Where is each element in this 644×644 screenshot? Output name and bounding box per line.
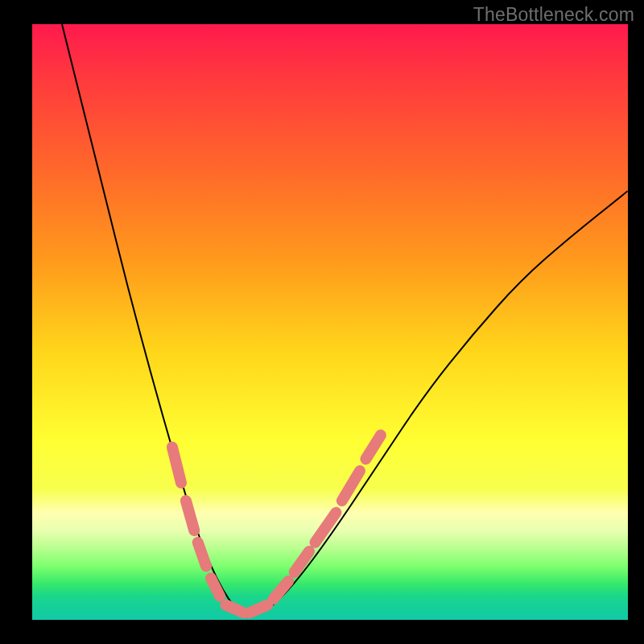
curve-svg xyxy=(32,24,628,620)
highlight-dash xyxy=(198,543,206,567)
highlight-dash xyxy=(211,578,220,596)
series-layer xyxy=(62,24,628,614)
highlight-dash xyxy=(172,447,181,482)
highlight-dash xyxy=(226,605,244,613)
chart-frame: TheBottleneck.com xyxy=(0,0,644,644)
highlight-dash xyxy=(274,581,289,599)
plot-area xyxy=(32,24,628,620)
marker-layer xyxy=(172,436,381,613)
highlight-dash xyxy=(295,551,310,572)
watermark-text: TheBottleneck.com xyxy=(473,4,634,26)
highlight-dash xyxy=(186,501,194,530)
highlight-dash xyxy=(250,605,267,613)
highlight-dash xyxy=(365,436,381,460)
bottleneck-curve xyxy=(62,24,628,614)
highlight-dash xyxy=(316,513,336,543)
